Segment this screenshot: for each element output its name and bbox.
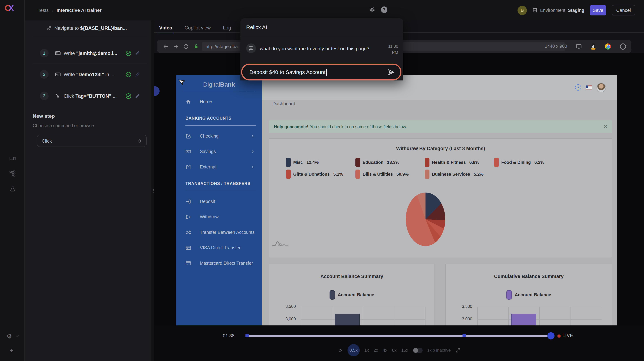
legend-value: 12.4%: [306, 160, 318, 165]
check-circle-icon: [126, 71, 132, 77]
pie-legend-item: Education13.3%: [356, 158, 425, 167]
legend-swatch: [425, 170, 430, 179]
environment-selector[interactable]: Environment Staging: [532, 7, 584, 13]
speed-8x[interactable]: 8x: [392, 348, 396, 353]
pie-chart-title: Withdraw By Category (Last 3 Months): [269, 146, 612, 151]
bank-nav-transfer-between-accounts[interactable]: Transfer Between Accounts: [176, 227, 262, 237]
alert-close-icon[interactable]: ✕: [604, 124, 607, 129]
nav-label: Withdraw: [200, 214, 218, 220]
check-circle-icon: [126, 50, 132, 56]
bank-nav-home[interactable]: Home: [176, 97, 262, 107]
flow-tree-icon[interactable]: [9, 170, 16, 177]
monitor-icon[interactable]: [576, 43, 582, 49]
add-button[interactable]: +: [10, 347, 14, 355]
speed-2x[interactable]: 2x: [374, 348, 378, 353]
info-icon[interactable]: [620, 43, 626, 50]
cancel-button[interactable]: Cancel: [612, 5, 636, 15]
flask-icon[interactable]: [9, 185, 16, 192]
back-icon[interactable]: [163, 43, 169, 49]
pie-legend-item: Health & Fitness6.8%: [425, 158, 494, 167]
video-viewport: Digital Bank HomeBANKING ACCOUNTSCheckin…: [154, 53, 644, 361]
nav-label: VISA Direct Transfer: [200, 245, 240, 250]
tab-copilot-view[interactable]: Copilot view: [184, 23, 211, 32]
navigate-step[interactable]: Navigate to ${BASE_URL}/ban...: [25, 21, 151, 34]
legend-value: 13.3%: [387, 160, 399, 165]
breadcrumb-tests-link[interactable]: Tests: [38, 7, 49, 13]
command-select[interactable]: Click: [37, 135, 146, 147]
step-label: Write "Demo123!" in ...: [64, 72, 124, 77]
test-step-row[interactable]: 3Click Tag="BUTTON" ...: [25, 89, 151, 103]
bug-icon[interactable]: [369, 7, 375, 13]
yaxis-tick: 3,000: [446, 317, 472, 321]
legend-label: Account Balance: [515, 292, 551, 298]
playhead[interactable]: [547, 332, 554, 340]
legend-label: Food & Dining: [501, 160, 531, 165]
legend-value: 50.9%: [396, 172, 408, 177]
speed-16x[interactable]: 16x: [401, 348, 408, 353]
live-dot: [558, 335, 560, 338]
chrome-icon: [605, 43, 611, 49]
nav-label: Checking: [200, 134, 218, 139]
skip-inactive-toggle[interactable]: [413, 348, 422, 353]
mouse-cursor: [178, 78, 186, 87]
video-camera-icon[interactable]: [9, 155, 16, 162]
panel-resize-handle[interactable]: [151, 20, 154, 361]
speed-4x[interactable]: 4x: [383, 348, 387, 353]
edit-pencil-icon[interactable]: [135, 50, 140, 56]
chevron-right-icon: [250, 165, 255, 169]
chevron-down-icon[interactable]: [15, 334, 20, 339]
viewport-size[interactable]: 1440 x 900: [545, 44, 567, 49]
legend-value: 6.2%: [534, 160, 544, 165]
cx-logo[interactable]: CX: [5, 3, 13, 13]
environment-value: Staging: [568, 8, 584, 13]
speed-1x[interactable]: 1x: [364, 348, 369, 353]
bank-logo[interactable]: Digital Bank: [176, 79, 262, 90]
bank-nav-withdraw[interactable]: Withdraw: [176, 212, 262, 222]
edit-pencil-icon[interactable]: [135, 93, 140, 99]
bank-user-avatar[interactable]: [596, 83, 606, 92]
breadcrumb-separator: ›: [52, 8, 53, 13]
section-label: BANKING ACCOUNTS: [186, 116, 262, 120]
nav-label: Home: [200, 99, 212, 104]
bank-nav-external[interactable]: External: [176, 162, 262, 172]
credit-card-icon: [186, 260, 191, 266]
tab-log[interactable]: Log: [223, 23, 231, 32]
playback-controls: 0.5x1x2x4x8x16x skip inactive: [154, 344, 644, 356]
bank-nav-mastercard-direct-transfer[interactable]: Mastercard Direct Transfer: [176, 258, 262, 268]
step-label: Write "jsmith@demo.i...: [64, 50, 124, 56]
play-icon[interactable]: [338, 348, 343, 353]
shuffle-icon: [186, 230, 191, 235]
ai-message: what do you want me to verify or test on…: [260, 46, 378, 51]
tab-video[interactable]: Video: [159, 23, 172, 32]
view-tabs: VideoCopilot viewLog: [159, 23, 231, 32]
speed-0.5x[interactable]: 0.5x: [348, 344, 360, 356]
bank-nav-visa-direct-transfer[interactable]: VISA Direct Transfer: [176, 243, 262, 253]
edit-pencil-icon[interactable]: [135, 72, 140, 77]
save-button[interactable]: Save: [590, 5, 606, 15]
seek-bar[interactable]: [246, 335, 554, 337]
legend-swatch: [330, 290, 335, 300]
bank-nav-deposit[interactable]: Deposit: [176, 196, 262, 207]
live-label[interactable]: LIVE: [562, 333, 573, 338]
bank-nav-checking[interactable]: Checking: [176, 131, 262, 141]
forward-icon[interactable]: [173, 43, 179, 49]
avatar[interactable]: B: [518, 5, 527, 15]
pie-chart: [406, 193, 445, 246]
ai-command-input[interactable]: Deposit $40 to Savings Account: [241, 63, 402, 80]
language-flag-icon[interactable]: [586, 85, 592, 89]
bank-nav-savings[interactable]: Savings: [176, 147, 262, 157]
test-step-row[interactable]: 1Write "jsmith@demo.i...: [25, 46, 151, 60]
test-step-row[interactable]: 2Write "Demo123!" in ...: [25, 67, 151, 81]
popup-title: Relicx AI: [246, 24, 267, 30]
nav-label: External: [200, 165, 216, 170]
reload-icon[interactable]: [183, 43, 189, 49]
help-icon[interactable]: ?: [381, 6, 388, 13]
pie-legend-item: Business Services5.2%: [425, 170, 484, 179]
fullscreen-icon[interactable]: [455, 348, 461, 353]
nav-label: Mastercard Direct Transfer: [200, 261, 253, 266]
gear-icon[interactable]: ⚙: [6, 333, 12, 340]
send-icon[interactable]: [388, 68, 394, 76]
steps-sidebar: Navigate to ${BASE_URL}/ban... 1Write "j…: [25, 20, 151, 361]
bank-help-icon[interactable]: ?: [575, 84, 581, 90]
check-circle-icon: [126, 93, 132, 99]
